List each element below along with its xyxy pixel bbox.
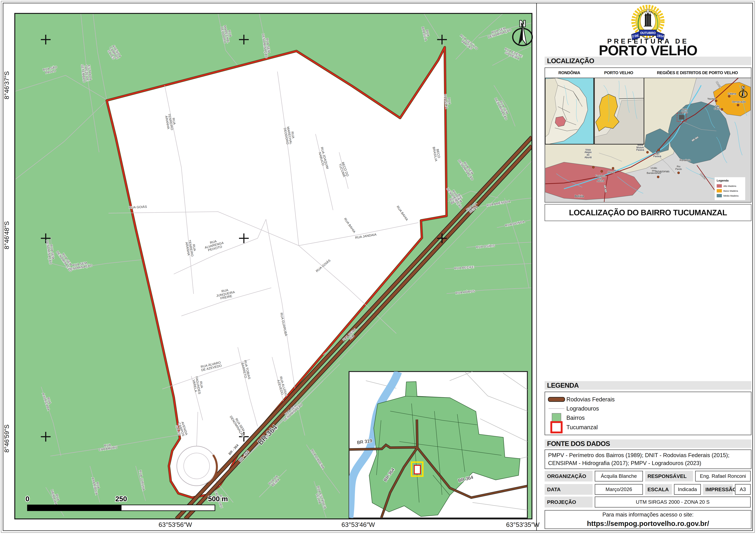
legend-item-tucumanzal: Tucumanzal [547, 422, 749, 432]
logo-line2: PORTO VELHO [545, 44, 751, 57]
localizacao-header: LOCALIZAÇÃO [545, 57, 751, 65]
legend-box: Rodovias Federais Logradouros Bairros Tu… [545, 392, 751, 435]
footer-box: Para mais informações acesso o site: htt… [545, 510, 751, 529]
logradouros-icon [549, 408, 564, 409]
data-label: DATA [545, 484, 593, 495]
escala-label: ESCALA [645, 484, 672, 495]
responsavel-value: Eng. Rafael Ronconi [695, 471, 751, 481]
map-sheet: { "colors":{"bairros_green":"#8dc98d","r… [0, 0, 756, 534]
panel-title-portovelho: PORTO VELHO [594, 70, 644, 75]
sidebar-divider [536, 3, 537, 531]
panel-title-rondonia: RONDÔNIA [545, 70, 594, 75]
fonte-header: FONTE DOS DADOS [545, 440, 751, 448]
escala-value: Indicada [674, 484, 701, 495]
tucumanzal-icon [551, 421, 563, 433]
legenda-header: LEGENDA [545, 381, 751, 390]
projecao-value: UTM SIRGAS 2000 - ZONA 20 S [595, 496, 751, 507]
rodovias-federais-icon [548, 397, 565, 402]
footer-url[interactable]: https://sempog.portovelho.ro.gov.br/ [587, 520, 709, 528]
legend-label: Tucumanzal [566, 424, 598, 431]
panel-title-regioes: REGIÕES E DISTRITOS DE PORTO VELHO [644, 70, 751, 75]
impressao-label: IMPRESSÃO [703, 484, 733, 495]
projecao-label: PROJEÇÃO [545, 496, 593, 507]
impressao-value: A3 [735, 484, 751, 495]
data-value: Março/2026 [595, 484, 643, 495]
legend-item-rodovias: Rodovias Federais [547, 395, 749, 404]
map-title: LOCALIZAÇÃO DO BAIRRO TUCUMANZAL [545, 204, 751, 221]
legend-item-bairros: Bairros [547, 413, 749, 422]
fonte-text: PMPV - Perímetro dos Bairros (1989); DNI… [545, 449, 751, 469]
legend-label: Rodovias Federais [566, 396, 615, 403]
localizacao-box: RONDÔNIA PORTO VELHO REGIÕES E DISTRITOS… [545, 67, 751, 203]
organizacao-label: ORGANIZAÇÃO [545, 471, 593, 481]
legend-item-logradouros: Logradouros [547, 404, 749, 413]
legend-label: Logradouros [566, 405, 599, 412]
organizacao-value: Ácquila Blanche [595, 471, 643, 481]
legend-label: Bairros [566, 415, 585, 421]
responsavel-label: RESPONSÁVEL [645, 471, 693, 481]
panel-titles: RONDÔNIA PORTO VELHO REGIÕES E DISTRITOS… [545, 68, 751, 78]
footer-line1: Para mais informações acesso o site: [602, 512, 693, 518]
